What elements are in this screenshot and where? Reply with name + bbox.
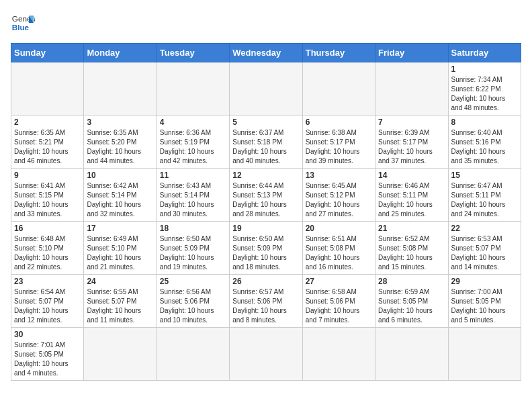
day-info: Sunrise: 6:39 AM Sunset: 5:17 PM Dayligh… xyxy=(378,128,445,166)
svg-text:Blue: Blue xyxy=(12,23,30,32)
day-info: Sunrise: 6:41 AM Sunset: 5:15 PM Dayligh… xyxy=(14,181,81,219)
calendar-cell: 21Sunrise: 6:52 AM Sunset: 5:08 PM Dayli… xyxy=(375,222,448,275)
calendar-cell: 13Sunrise: 6:45 AM Sunset: 5:12 PM Dayli… xyxy=(302,169,375,222)
calendar-cell xyxy=(157,328,229,381)
logo-icon: General Blue xyxy=(11,11,35,35)
day-info: Sunrise: 6:47 AM Sunset: 5:11 PM Dayligh… xyxy=(451,181,518,219)
calendar-cell xyxy=(448,328,521,381)
day-info: Sunrise: 6:58 AM Sunset: 5:06 PM Dayligh… xyxy=(306,287,372,325)
day-info: Sunrise: 6:52 AM Sunset: 5:08 PM Dayligh… xyxy=(378,234,445,272)
day-number: 15 xyxy=(451,171,518,180)
day-info: Sunrise: 6:43 AM Sunset: 5:14 PM Dayligh… xyxy=(160,181,226,219)
day-info: Sunrise: 6:55 AM Sunset: 5:07 PM Dayligh… xyxy=(87,287,153,325)
day-number: 23 xyxy=(14,277,81,286)
calendar-cell: 27Sunrise: 6:58 AM Sunset: 5:06 PM Dayli… xyxy=(302,275,375,328)
day-number: 19 xyxy=(232,224,299,233)
day-info: Sunrise: 6:48 AM Sunset: 5:10 PM Dayligh… xyxy=(14,234,81,272)
day-number: 28 xyxy=(378,277,445,286)
calendar-week-2: 9Sunrise: 6:41 AM Sunset: 5:15 PM Daylig… xyxy=(11,169,521,222)
calendar-cell xyxy=(302,328,375,381)
calendar-cell: 4Sunrise: 6:36 AM Sunset: 5:19 PM Daylig… xyxy=(157,116,229,169)
calendar-cell: 19Sunrise: 6:50 AM Sunset: 5:09 PM Dayli… xyxy=(230,222,302,275)
day-number: 16 xyxy=(14,224,81,233)
calendar-week-3: 16Sunrise: 6:48 AM Sunset: 5:10 PM Dayli… xyxy=(11,222,521,275)
day-number: 9 xyxy=(14,171,81,180)
day-number: 27 xyxy=(306,277,372,286)
logo: General Blue xyxy=(11,11,35,35)
col-header-monday: Monday xyxy=(84,44,157,62)
day-number: 29 xyxy=(451,277,518,286)
calendar-cell: 26Sunrise: 6:57 AM Sunset: 5:06 PM Dayli… xyxy=(230,275,302,328)
header: General Blue xyxy=(11,11,521,35)
calendar-cell: 5Sunrise: 6:37 AM Sunset: 5:18 PM Daylig… xyxy=(230,116,302,169)
calendar-cell: 25Sunrise: 6:56 AM Sunset: 5:06 PM Dayli… xyxy=(157,275,229,328)
calendar-week-0: 1Sunrise: 7:34 AM Sunset: 6:22 PM Daylig… xyxy=(11,62,521,116)
calendar-week-1: 2Sunrise: 6:35 AM Sunset: 5:21 PM Daylig… xyxy=(11,116,521,169)
calendar-cell: 16Sunrise: 6:48 AM Sunset: 5:10 PM Dayli… xyxy=(11,222,84,275)
calendar-header-row: SundayMondayTuesdayWednesdayThursdayFrid… xyxy=(11,44,521,62)
day-info: Sunrise: 6:37 AM Sunset: 5:18 PM Dayligh… xyxy=(232,128,299,166)
calendar-cell xyxy=(157,62,229,116)
day-info: Sunrise: 7:01 AM Sunset: 5:05 PM Dayligh… xyxy=(14,340,81,378)
calendar-cell: 7Sunrise: 6:39 AM Sunset: 5:17 PM Daylig… xyxy=(375,116,448,169)
calendar-cell: 8Sunrise: 6:40 AM Sunset: 5:16 PM Daylig… xyxy=(448,116,521,169)
day-info: Sunrise: 6:44 AM Sunset: 5:13 PM Dayligh… xyxy=(232,181,299,219)
calendar-cell xyxy=(375,62,448,116)
calendar-cell: 24Sunrise: 6:55 AM Sunset: 5:07 PM Dayli… xyxy=(84,275,157,328)
calendar-cell xyxy=(302,62,375,116)
calendar-cell xyxy=(84,62,157,116)
day-number: 18 xyxy=(160,224,226,233)
day-info: Sunrise: 6:50 AM Sunset: 5:09 PM Dayligh… xyxy=(160,234,226,272)
calendar-cell: 30Sunrise: 7:01 AM Sunset: 5:05 PM Dayli… xyxy=(11,328,84,381)
day-info: Sunrise: 7:34 AM Sunset: 6:22 PM Dayligh… xyxy=(451,75,518,113)
calendar-cell: 29Sunrise: 7:00 AM Sunset: 5:05 PM Dayli… xyxy=(448,275,521,328)
calendar-cell: 22Sunrise: 6:53 AM Sunset: 5:07 PM Dayli… xyxy=(448,222,521,275)
col-header-sunday: Sunday xyxy=(11,44,84,62)
day-info: Sunrise: 6:50 AM Sunset: 5:09 PM Dayligh… xyxy=(232,234,299,272)
calendar-cell: 18Sunrise: 6:50 AM Sunset: 5:09 PM Dayli… xyxy=(157,222,229,275)
day-number: 5 xyxy=(232,118,299,127)
day-number: 6 xyxy=(306,118,372,127)
day-number: 3 xyxy=(87,118,153,127)
calendar-cell xyxy=(230,62,302,116)
day-number: 17 xyxy=(87,224,153,233)
day-info: Sunrise: 6:53 AM Sunset: 5:07 PM Dayligh… xyxy=(451,234,518,272)
day-number: 1 xyxy=(451,64,518,74)
calendar-cell: 9Sunrise: 6:41 AM Sunset: 5:15 PM Daylig… xyxy=(11,169,84,222)
calendar-cell: 3Sunrise: 6:35 AM Sunset: 5:20 PM Daylig… xyxy=(84,116,157,169)
day-number: 2 xyxy=(14,118,81,127)
calendar-cell: 10Sunrise: 6:42 AM Sunset: 5:14 PM Dayli… xyxy=(84,169,157,222)
calendar-cell: 2Sunrise: 6:35 AM Sunset: 5:21 PM Daylig… xyxy=(11,116,84,169)
calendar-cell: 11Sunrise: 6:43 AM Sunset: 5:14 PM Dayli… xyxy=(157,169,229,222)
day-number: 20 xyxy=(306,224,372,233)
day-info: Sunrise: 6:35 AM Sunset: 5:21 PM Dayligh… xyxy=(14,128,81,166)
calendar-week-4: 23Sunrise: 6:54 AM Sunset: 5:07 PM Dayli… xyxy=(11,275,521,328)
calendar-cell: 28Sunrise: 6:59 AM Sunset: 5:05 PM Dayli… xyxy=(375,275,448,328)
day-number: 30 xyxy=(14,330,81,339)
day-number: 14 xyxy=(378,171,445,180)
day-number: 12 xyxy=(232,171,299,180)
day-info: Sunrise: 6:51 AM Sunset: 5:08 PM Dayligh… xyxy=(306,234,372,272)
day-info: Sunrise: 6:57 AM Sunset: 5:06 PM Dayligh… xyxy=(232,287,299,325)
calendar-cell: 6Sunrise: 6:38 AM Sunset: 5:17 PM Daylig… xyxy=(302,116,375,169)
calendar-cell xyxy=(230,328,302,381)
col-header-thursday: Thursday xyxy=(302,44,375,62)
day-info: Sunrise: 6:40 AM Sunset: 5:16 PM Dayligh… xyxy=(451,128,518,166)
calendar: SundayMondayTuesdayWednesdayThursdayFrid… xyxy=(11,43,521,381)
calendar-cell xyxy=(11,62,84,116)
day-number: 7 xyxy=(378,118,445,127)
day-info: Sunrise: 6:49 AM Sunset: 5:10 PM Dayligh… xyxy=(87,234,153,272)
calendar-cell xyxy=(375,328,448,381)
day-info: Sunrise: 6:42 AM Sunset: 5:14 PM Dayligh… xyxy=(87,181,153,219)
calendar-week-5: 30Sunrise: 7:01 AM Sunset: 5:05 PM Dayli… xyxy=(11,328,521,381)
day-number: 11 xyxy=(160,171,226,180)
col-header-tuesday: Tuesday xyxy=(157,44,229,62)
col-header-saturday: Saturday xyxy=(448,44,521,62)
day-info: Sunrise: 6:46 AM Sunset: 5:11 PM Dayligh… xyxy=(378,181,445,219)
day-number: 25 xyxy=(160,277,226,286)
calendar-cell: 14Sunrise: 6:46 AM Sunset: 5:11 PM Dayli… xyxy=(375,169,448,222)
day-info: Sunrise: 6:56 AM Sunset: 5:06 PM Dayligh… xyxy=(160,287,226,325)
day-number: 21 xyxy=(378,224,445,233)
day-info: Sunrise: 6:36 AM Sunset: 5:19 PM Dayligh… xyxy=(160,128,226,166)
calendar-cell: 15Sunrise: 6:47 AM Sunset: 5:11 PM Dayli… xyxy=(448,169,521,222)
